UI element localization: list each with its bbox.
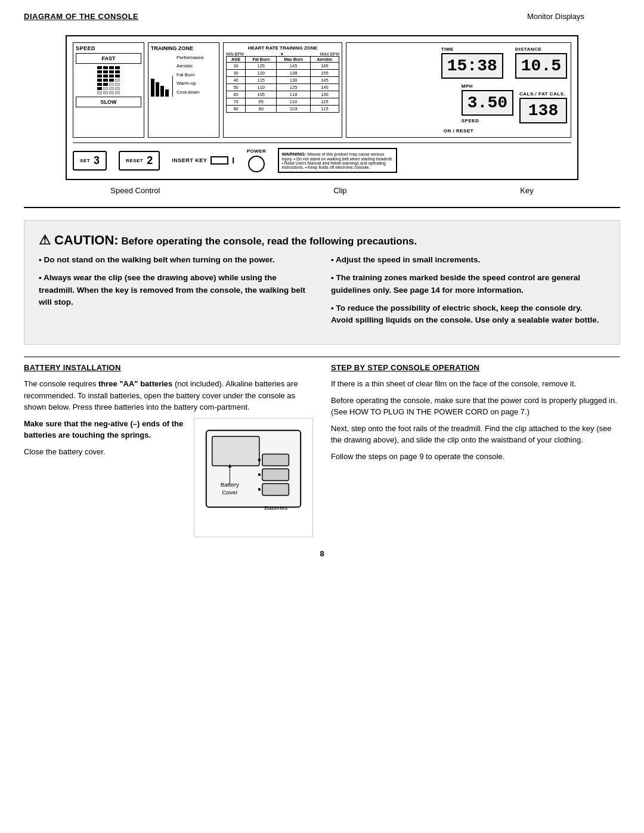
cals-display: 138 (519, 98, 567, 123)
battery-close-text: Close the battery cover. (24, 446, 188, 458)
time-display: 15:38 (441, 53, 503, 79)
reset-number: 2 (147, 154, 153, 167)
console-top: SPEED FAST (73, 42, 571, 138)
tz-cooldown: Cool-down (177, 88, 204, 97)
page-number: 8 (24, 549, 620, 558)
table-row: 40115130145 (227, 77, 339, 84)
svg-rect-6 (262, 469, 289, 481)
tz-performance: Performance (177, 54, 204, 62)
svg-rect-1 (212, 436, 259, 466)
speed-mph-col: MPH 3.50 SPEED (462, 83, 513, 123)
slow-btn: SLOW (76, 97, 141, 107)
set-label: SET (80, 158, 90, 163)
reset-button: RESET 2 (119, 151, 160, 171)
distance-display-col: DISTANCE 10.5 (515, 47, 567, 79)
cals-label: CALS./ FAT CALS. (519, 91, 567, 97)
speed-sublabel: SPEED (462, 118, 513, 123)
mph-label: MPH (462, 83, 513, 89)
svg-rect-5 (262, 454, 289, 466)
distance-display: 10.5 (515, 53, 567, 79)
speed-panel: SPEED FAST (73, 42, 144, 138)
fast-btn: FAST (76, 53, 141, 64)
training-zone-label: TRAINING ZONE (151, 45, 216, 51)
speed-mph-display: 3.50 (462, 90, 513, 116)
diagram-labels: Speed Control Clip Key (24, 186, 620, 195)
key-label: Key (520, 186, 533, 195)
insert-key-area: INSERT KEY I (172, 156, 234, 165)
hr-col-aerobic: Aerobic (310, 57, 339, 63)
hr-table: AGE Fat Burn Max Burn Aerobic 2012514516… (226, 56, 339, 113)
clip-label: Clip (333, 186, 346, 195)
set-button: SET 3 (73, 151, 107, 171)
caution-columns: • Do not stand on the walking belt when … (39, 254, 605, 332)
table-row: 8090103115 (227, 106, 339, 113)
hr-min-bpm: MIN BPM (226, 52, 244, 56)
divider (24, 357, 620, 357)
table-row: 20125145165 (227, 63, 339, 70)
caution-header: ⚠ CAUTION: Before operating the console,… (39, 233, 605, 248)
battery-title: BATTERY INSTALLATION (24, 363, 313, 372)
bottom-section: BATTERY INSTALLATION The console require… (24, 363, 620, 537)
hr-subtitle: MIN BPM ♥ MAX BPM (226, 52, 339, 56)
key-symbol: I (232, 156, 234, 165)
battery-bold-text: Make sure that the neg-ative (–) ends of… (24, 418, 188, 441)
hr-col-fatburn: Fat Burn (246, 57, 277, 63)
hr-max-bpm: MAX BPM (320, 52, 339, 56)
table-row: 50110125140 (227, 84, 339, 91)
table-row: 60105118130 (227, 91, 339, 98)
step-para-2: Before operating the console, make sure … (331, 395, 620, 418)
step-para-1: If there is a thin sheet of clear film o… (331, 378, 620, 390)
monitor-panel: TIME 15:38 DISTANCE 10.5 MPH 3.50 SPEED (346, 42, 571, 138)
step-para-4: Follow the steps on page 9 to operate th… (331, 451, 620, 463)
diagram-section: DIAGRAM OF THE CONSOLE Monitor Displays … (24, 12, 620, 208)
caution-item-3: • Adjust the speed in small increments. (331, 254, 605, 266)
step-by-step-title: STEP BY STEP CONSOLE OPERATION (331, 363, 620, 372)
svg-text:Cover: Cover (222, 488, 238, 495)
tz-fatburn: Fat Burn (177, 71, 204, 79)
key-slot (210, 156, 228, 165)
step-para-3: Next, step onto the foot rails of the tr… (331, 423, 620, 446)
distance-label: DISTANCE (515, 47, 567, 52)
battery-installation-section: BATTERY INSTALLATION The console require… (24, 363, 313, 537)
cals-display-col: CALS./ FAT CALS. 138 (519, 91, 567, 123)
insert-key-label: INSERT KEY (172, 157, 207, 163)
caution-header-text: Before operating the console, read the f… (121, 236, 417, 247)
heart-rate-panel: HEART RATE TRAINING ZONE MIN BPM ♥ MAX B… (223, 42, 342, 138)
caution-right-col: • Adjust the speed in small increments. … (331, 254, 605, 332)
hr-col-maxburn: Max Burn (277, 57, 311, 63)
battery-image: Battery Cover Batteries (194, 418, 313, 537)
caution-left-col: • Do not stand on the walking belt when … (39, 254, 313, 332)
speed-label: SPEED (76, 45, 141, 51)
console-bottom: SET 3 RESET 2 INSERT KEY I POWER WARNING… (73, 143, 571, 173)
battery-text: Make sure that the neg-ative (–) ends of… (24, 418, 188, 537)
caution-item-1: • Do not stand on the walking belt when … (39, 254, 313, 266)
battery-para-1: The console requires three "AA" batterie… (24, 378, 313, 413)
battery-area: Make sure that the neg-ative (–) ends of… (24, 418, 313, 537)
hr-heart-icon: ♥ (281, 52, 283, 56)
time-label: TIME (441, 47, 503, 52)
time-display-col: TIME 15:38 (441, 47, 503, 79)
caution-item-2: • Always wear the clip (see the drawing … (39, 272, 313, 308)
reset-label: RESET (126, 158, 143, 163)
caution-word: ⚠ CAUTION: (39, 233, 119, 247)
monitor-displays-label: Monitor Displays (527, 12, 584, 21)
power-section: POWER (247, 148, 267, 172)
training-zone-panel: TRAINING ZONE Per (148, 42, 219, 138)
caution-item-4: • The training zones marked beside the s… (331, 272, 605, 296)
hr-title: HEART RATE TRAINING ZONE (226, 45, 339, 51)
hr-col-age: AGE (227, 57, 246, 63)
set-number: 3 (94, 154, 100, 167)
console-diagram: SPEED FAST (66, 35, 578, 180)
tz-aerobic: Aerobic (177, 62, 204, 70)
caution-item-5: • To reduce the possibility of electric … (331, 302, 605, 327)
battery-illustration: Battery Cover Batteries (194, 419, 312, 537)
table-row: 7095110125 (227, 98, 339, 106)
power-label: POWER (247, 148, 267, 154)
svg-text:Batteries: Batteries (264, 504, 287, 511)
power-button[interactable] (248, 156, 265, 172)
step-by-step-section: STEP BY STEP CONSOLE OPERATION If there … (331, 363, 620, 537)
table-row: 30120138155 (227, 70, 339, 77)
caution-section: ⚠ CAUTION: Before operating the console,… (24, 220, 620, 345)
svg-rect-7 (262, 484, 289, 496)
speed-control-label: Speed Control (110, 186, 160, 195)
